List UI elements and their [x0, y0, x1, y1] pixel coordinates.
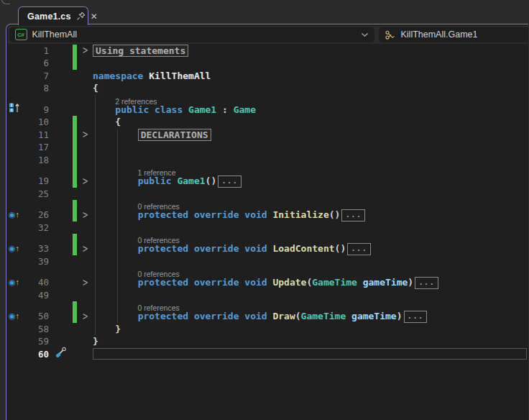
glyph-margin[interactable]: [9, 200, 30, 209]
code-content[interactable]: [93, 222, 528, 234]
override-icon[interactable]: ◉↑: [9, 211, 19, 219]
collapsed-body-dots[interactable]: ...: [218, 175, 242, 188]
fold-collapsed-icon[interactable]: >: [83, 276, 88, 289]
glyph-margin[interactable]: [9, 323, 30, 336]
glyph-margin[interactable]: [9, 268, 30, 276]
collapsed-body-dots[interactable]: ...: [415, 277, 438, 289]
folding-margin: >: [78, 45, 93, 58]
override-icon[interactable]: ◉↑: [9, 312, 19, 320]
change-bar-slot: [73, 141, 78, 154]
glyph-margin[interactable]: [9, 95, 30, 104]
modified-change-bar: [73, 310, 77, 323]
fold-collapsed-icon[interactable]: >: [83, 175, 88, 188]
code-content[interactable]: [93, 57, 528, 70]
glyph-margin[interactable]: [9, 70, 30, 83]
glyph-margin[interactable]: [9, 129, 30, 142]
glyph-margin[interactable]: IO: [9, 104, 30, 117]
fold-collapsed-icon[interactable]: >: [83, 129, 88, 142]
glyph-margin[interactable]: ◉↑: [9, 310, 30, 323]
glyph-margin[interactable]: ◉↑: [9, 242, 30, 255]
code-content[interactable]: [93, 154, 528, 167]
codelens-row: 0 references: [6, 200, 528, 209]
derived-class-icon[interactable]: IO: [9, 103, 22, 116]
code-content[interactable]: }: [93, 323, 528, 336]
code-token: [357, 277, 363, 288]
code-content[interactable]: {: [93, 116, 528, 129]
codelens-content[interactable]: 2 references: [93, 95, 528, 104]
codelens-content[interactable]: 1 reference: [93, 166, 528, 175]
fold-collapsed-icon[interactable]: >: [83, 242, 88, 255]
close-icon[interactable]: ✕: [91, 12, 98, 22]
code-content[interactable]: protected override void Update(GameTime …: [93, 276, 528, 289]
glyph-margin[interactable]: [9, 301, 30, 310]
code-content[interactable]: namespace KillThemAll: [93, 70, 528, 83]
editor-group: C# KillThemAll KillThemAll.Game1: [6, 24, 528, 420]
glyph-margin[interactable]: [9, 348, 30, 361]
code-content[interactable]: Using statements: [93, 45, 528, 58]
code-content[interactable]: DECLARATIONS: [93, 129, 528, 142]
glyph-margin[interactable]: [9, 116, 30, 129]
codelens-content[interactable]: 0 references: [93, 268, 528, 276]
override-icon[interactable]: ◉↑: [9, 245, 19, 252]
fold-collapsed-icon[interactable]: >: [83, 45, 88, 58]
fold-collapsed-icon[interactable]: >: [83, 310, 88, 323]
line-number: 49: [30, 289, 49, 302]
glyph-margin[interactable]: [9, 289, 30, 302]
collapsed-body-dots[interactable]: ...: [347, 243, 371, 255]
code-content[interactable]: {: [93, 82, 528, 95]
code-content[interactable]: [93, 188, 528, 201]
code-content[interactable]: [93, 348, 527, 360]
code-content[interactable]: }: [93, 335, 528, 348]
code-content[interactable]: public class Game1 : Game: [93, 104, 528, 117]
code-editor[interactable]: 1>Using statements67namespace KillThemAl…: [6, 44, 528, 420]
code-token: (): [329, 209, 341, 220]
collapsed-region-box[interactable]: Using statements: [93, 45, 188, 57]
glyph-margin[interactable]: [9, 57, 30, 70]
change-bar-slot: [73, 310, 78, 323]
code-content[interactable]: protected override void Initialize()...: [93, 209, 528, 222]
glyph-margin[interactable]: [9, 255, 30, 268]
line-number: 59: [30, 335, 49, 348]
glyph-margin[interactable]: [9, 335, 30, 348]
codelens-content[interactable]: 0 references: [93, 200, 528, 209]
navigation-bar: C# KillThemAll KillThemAll.Game1: [8, 26, 529, 44]
project-dropdown[interactable]: C# KillThemAll: [9, 27, 374, 42]
type-dropdown[interactable]: KillThemAll.Game1: [379, 27, 529, 42]
glyph-margin[interactable]: [9, 154, 30, 167]
gutter-spacer: [49, 95, 73, 104]
glyph-margin[interactable]: [9, 82, 30, 95]
folding-margin: [78, 268, 93, 276]
glyph-margin[interactable]: [9, 45, 30, 58]
fold-collapsed-icon[interactable]: >: [83, 209, 88, 222]
code-content[interactable]: [93, 141, 528, 154]
code-content[interactable]: public Game1()...: [93, 175, 528, 188]
modified-change-bar: [73, 200, 77, 209]
pin-icon[interactable]: [76, 12, 86, 22]
glyph-margin[interactable]: ◉↑: [9, 276, 30, 289]
collapsed-region-box[interactable]: DECLARATIONS: [138, 129, 211, 141]
codelens-content[interactable]: 0 references: [93, 234, 528, 242]
codelens-content[interactable]: 0 references: [93, 301, 528, 310]
code-token: [93, 243, 138, 254]
override-icon[interactable]: ◉↑: [9, 278, 19, 286]
glyph-margin[interactable]: [9, 166, 30, 175]
collapsed-body-dots[interactable]: ...: [341, 209, 365, 222]
code-content[interactable]: protected override void Draw(GameTime ga…: [93, 310, 528, 323]
tab-game1cs[interactable]: Game1.cs ✕: [18, 6, 88, 25]
glyph-margin[interactable]: [9, 222, 30, 234]
code-token: LoadContent: [272, 243, 334, 254]
code-token: {: [93, 117, 121, 127]
folding-margin: [78, 222, 93, 234]
line-number: 60: [30, 348, 49, 361]
code-content[interactable]: [93, 289, 528, 302]
gutter-spacer: [49, 200, 73, 209]
collapsed-body-dots[interactable]: ...: [404, 311, 428, 323]
glyph-margin[interactable]: ◉↑: [9, 209, 30, 222]
screwdriver-icon[interactable]: [55, 347, 67, 361]
glyph-margin[interactable]: [9, 188, 30, 201]
glyph-margin[interactable]: [9, 141, 30, 154]
glyph-margin[interactable]: [9, 234, 30, 242]
code-content[interactable]: protected override void LoadContent()...: [93, 242, 528, 255]
code-content[interactable]: [93, 255, 528, 268]
glyph-margin[interactable]: [9, 175, 30, 188]
